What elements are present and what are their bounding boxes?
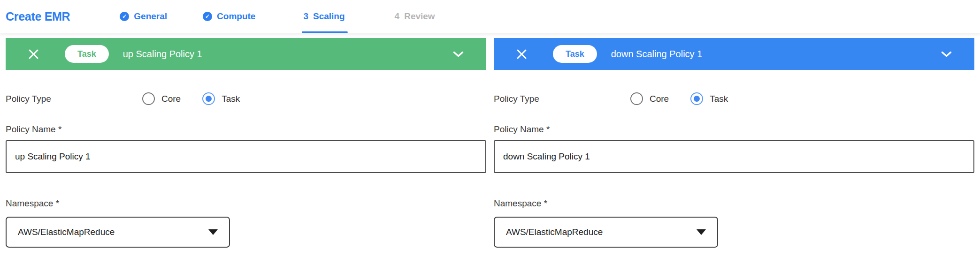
task-radio[interactable]: Task <box>690 92 728 105</box>
namespace-select[interactable]: AWS/ElasticMapReduce <box>6 217 230 248</box>
core-radio-label: Core <box>650 94 669 104</box>
radio-unchecked-icon <box>630 92 643 105</box>
namespace-select[interactable]: AWS/ElasticMapReduce <box>494 217 718 248</box>
core-radio[interactable]: Core <box>630 92 669 105</box>
check-circle-icon: ✓ <box>120 12 129 21</box>
step-label: Compute <box>217 11 255 22</box>
policy-name-field: Policy Name * <box>494 124 974 173</box>
scale-up-policy-header[interactable]: Task up Scaling Policy 1 <box>6 38 486 70</box>
task-badge: Task <box>553 45 597 63</box>
policy-type-radios: Core Task <box>630 92 728 105</box>
check-circle-icon: ✓ <box>203 12 212 21</box>
caret-down-icon <box>697 229 706 235</box>
radio-unchecked-icon <box>142 92 155 105</box>
policy-type-label: Policy Type <box>6 94 142 104</box>
task-radio-label: Task <box>710 94 728 104</box>
namespace-field: Namespace * AWS/ElasticMapReduce <box>494 198 974 248</box>
step-label: Review <box>404 11 435 22</box>
step-general[interactable]: ✓ General <box>120 0 167 33</box>
active-tab-underline <box>302 31 347 33</box>
scale-down-policy-header[interactable]: Task down Scaling Policy 1 <box>494 38 974 70</box>
close-icon[interactable] <box>516 48 528 60</box>
core-radio[interactable]: Core <box>142 92 181 105</box>
radio-checked-icon <box>202 92 215 105</box>
chevron-down-icon[interactable] <box>453 51 464 57</box>
radio-checked-icon <box>690 92 703 105</box>
policy-type-label: Policy Type <box>494 94 630 104</box>
task-badge: Task <box>65 45 109 63</box>
namespace-selected-value: AWS/ElasticMapReduce <box>18 227 115 237</box>
policy-name-label: Policy Name * <box>494 124 974 135</box>
scale-up-policy-panel: Task up Scaling Policy 1 Policy Type Cor… <box>6 38 486 248</box>
step-number: 4 <box>395 11 400 22</box>
chevron-down-icon[interactable] <box>941 51 952 57</box>
scaling-policies-area: Task up Scaling Policy 1 Policy Type Cor… <box>0 33 980 248</box>
policy-type-row: Policy Type Core Task <box>494 92 974 105</box>
policy-type-radios: Core Task <box>142 92 240 105</box>
namespace-field: Namespace * AWS/ElasticMapReduce <box>6 198 486 248</box>
policy-type-row: Policy Type Core Task <box>6 92 486 105</box>
task-radio-label: Task <box>222 94 240 104</box>
policy-bar-title: up Scaling Policy 1 <box>123 49 202 60</box>
caret-down-icon <box>208 229 218 235</box>
wizard-steps: ✓ General ✓ Compute 3 Scaling 4 Review <box>120 0 435 33</box>
task-radio[interactable]: Task <box>202 92 240 105</box>
page-title: Create EMR <box>6 10 70 23</box>
policy-name-input[interactable] <box>494 140 974 173</box>
step-label: General <box>134 11 167 22</box>
policy-name-input[interactable] <box>6 140 486 173</box>
close-icon[interactable] <box>28 48 39 60</box>
namespace-label: Namespace * <box>6 198 486 209</box>
step-scaling[interactable]: 3 Scaling <box>303 0 345 33</box>
step-review[interactable]: 4 Review <box>395 0 435 33</box>
step-label: Scaling <box>313 11 345 22</box>
scale-down-policy-panel: Task down Scaling Policy 1 Policy Type C… <box>494 38 974 248</box>
step-number: 3 <box>303 11 308 22</box>
namespace-selected-value: AWS/ElasticMapReduce <box>506 227 603 237</box>
step-compute[interactable]: ✓ Compute <box>203 0 255 33</box>
policy-name-label: Policy Name * <box>6 124 486 135</box>
namespace-label: Namespace * <box>494 198 974 209</box>
policy-name-field: Policy Name * <box>6 124 486 173</box>
core-radio-label: Core <box>161 94 181 104</box>
wizard-header: Create EMR ✓ General ✓ Compute 3 Scaling… <box>0 0 980 33</box>
policy-bar-title: down Scaling Policy 1 <box>611 49 703 60</box>
